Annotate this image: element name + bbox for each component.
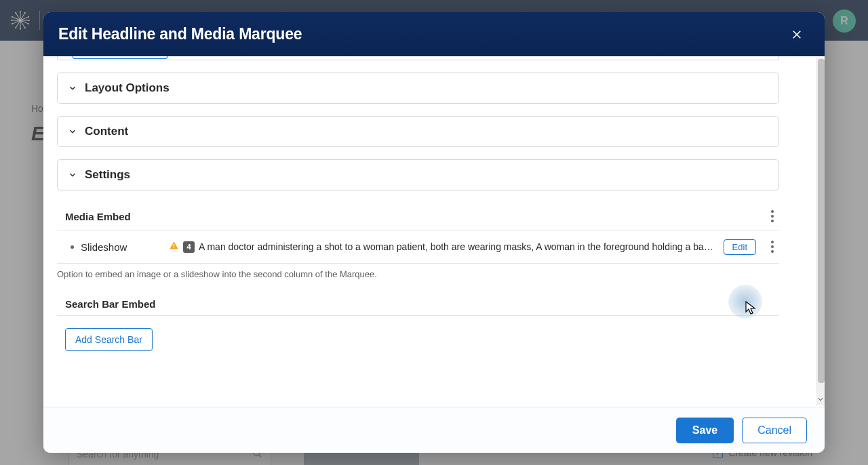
modal-body: Layout Options Content Settings	[43, 56, 793, 407]
add-search-bar-button[interactable]: Add Search Bar	[65, 328, 153, 351]
warning-icon	[169, 241, 179, 254]
svg-rect-30	[174, 247, 174, 248]
slideshow-label: Slideshow	[81, 241, 162, 253]
scrollbar-down-button[interactable]	[816, 395, 825, 404]
cancel-button[interactable]: Cancel	[742, 418, 807, 443]
layout-options-accordion[interactable]: Layout Options	[57, 73, 779, 104]
slideshow-description: A man doctor administering a shot to a w…	[199, 241, 717, 252]
partial-button-fragment	[73, 56, 167, 59]
media-embed-help-text: Option to embed an image or a slideshow …	[57, 264, 779, 279]
modal-title: Edit Headline and Media Marquee	[58, 25, 302, 43]
search-bar-embed-header: Search Bar Embed	[57, 294, 779, 315]
chevron-down-icon	[67, 126, 78, 137]
close-button[interactable]	[788, 26, 806, 43]
divider	[57, 315, 779, 316]
bullet-icon	[71, 245, 74, 249]
media-embed-menu-button[interactable]	[767, 208, 779, 224]
partial-section-above	[57, 56, 779, 60]
search-bar-embed-title: Search Bar Embed	[57, 298, 155, 310]
content-label: Content	[85, 125, 128, 138]
modal-body-wrapper: Layout Options Content Settings	[43, 56, 825, 407]
media-embed-header: Media Embed	[57, 204, 779, 230]
item-count-badge: 4	[183, 241, 195, 253]
modal-header: Edit Headline and Media Marquee	[43, 12, 825, 56]
chevron-down-icon	[67, 169, 78, 180]
settings-accordion[interactable]: Settings	[57, 159, 779, 190]
chevron-down-icon	[67, 83, 78, 94]
close-icon	[791, 28, 803, 41]
scrollbar-thumb[interactable]	[818, 59, 825, 383]
edit-slideshow-button[interactable]: Edit	[724, 239, 756, 255]
settings-label: Settings	[85, 168, 130, 182]
scrollbar-track[interactable]	[816, 58, 825, 405]
svg-rect-29	[174, 244, 174, 247]
slideshow-item-menu-button[interactable]	[767, 239, 779, 255]
layout-options-label: Layout Options	[85, 81, 170, 95]
save-button[interactable]: Save	[676, 418, 734, 443]
content-accordion[interactable]: Content	[57, 116, 779, 147]
modal-footer: Save Cancel	[43, 407, 825, 453]
media-embed-title: Media Embed	[57, 211, 131, 222]
slideshow-item-row: Slideshow 4 A man doctor administering a…	[57, 230, 779, 263]
edit-marquee-modal: Edit Headline and Media Marquee Layout O…	[43, 12, 825, 453]
